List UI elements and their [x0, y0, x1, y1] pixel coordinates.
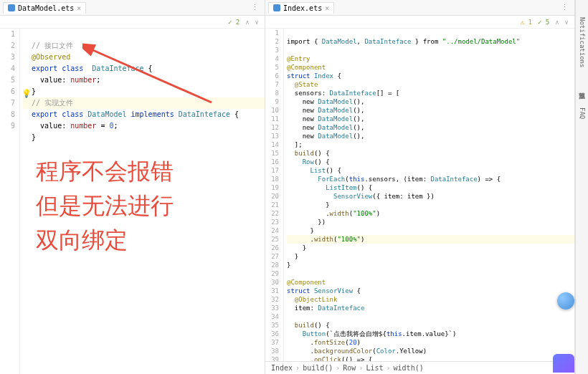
sidebar-faq[interactable]: FAQ	[577, 105, 587, 122]
intention-bulb-icon[interactable]: 💡	[22, 89, 32, 98]
left-editor[interactable]: 123456789 // 接口文件 @Observed export class…	[0, 29, 265, 374]
check-badge[interactable]: ✓ 2	[228, 19, 240, 26]
tab-label: DataModel.ets	[18, 4, 74, 12]
tab-index[interactable]: Index.ets ×	[268, 2, 334, 14]
inspect-chevron-icon[interactable]: ∨	[255, 19, 259, 26]
right-tabs: Index.ets × ⋮	[265, 0, 574, 16]
left-tabs: DataModel.ets × ⋮	[0, 0, 265, 16]
ets-file-icon	[273, 4, 280, 11]
close-icon[interactable]: ×	[77, 4, 81, 12]
crumb[interactable]: List	[366, 364, 383, 372]
sidebar-notifications[interactable]: Notifications	[577, 14, 587, 70]
close-icon[interactable]: ×	[325, 4, 329, 12]
tabs-menu-icon[interactable]: ⋮	[248, 3, 262, 12]
crumb[interactable]: Row	[343, 364, 356, 372]
breadcrumb: Index› build()› Row› List› width()	[265, 361, 574, 374]
right-editor-pane: Index.ets × ⋮ ⚠ 1 ✓ 5 ∧ ∨ 12345678910111…	[265, 0, 575, 374]
ets-file-icon	[8, 4, 15, 11]
inspect-chevron-icon[interactable]: ∧	[555, 19, 559, 26]
right-inspections: ⚠ 1 ✓ 5 ∧ ∨	[265, 16, 574, 29]
assistant-float-button[interactable]	[557, 292, 574, 310]
tab-datamodel[interactable]: DataModel.ets ×	[3, 2, 86, 14]
inspect-chevron-icon[interactable]: ∧	[245, 19, 249, 26]
left-gutter: 123456789	[0, 29, 20, 374]
inspect-chevron-icon[interactable]: ∨	[565, 19, 569, 26]
crumb[interactable]: build()	[303, 364, 333, 372]
right-code[interactable]: import { DataModel, DataInteface } from …	[284, 29, 574, 361]
crumb[interactable]: width()	[394, 364, 424, 372]
left-inspections: ✓ 2 ∧ ∨	[0, 16, 265, 29]
right-editor[interactable]: 1234567891011121314151617181920212223242…	[265, 29, 574, 361]
right-gutter: 1234567891011121314151617181920212223242…	[265, 29, 284, 361]
tab-label: Index.ets	[283, 4, 322, 12]
warn-badge[interactable]: ⚠ 1	[521, 19, 532, 26]
check-badge[interactable]: ✓ 5	[538, 19, 549, 26]
right-sidebar: Notifications 预览器 FAQ	[575, 0, 588, 374]
bottom-float-button[interactable]	[553, 354, 574, 373]
sidebar-previewer[interactable]: 预览器	[576, 85, 588, 90]
crumb[interactable]: Index	[271, 364, 293, 372]
left-editor-pane: DataModel.ets × ⋮ ✓ 2 ∧ ∨ 123456789 // 接…	[0, 0, 265, 374]
tabs-menu-icon[interactable]: ⋮	[558, 3, 572, 12]
left-code[interactable]: // 接口文件 @Observed export class DataIntef…	[20, 29, 265, 374]
